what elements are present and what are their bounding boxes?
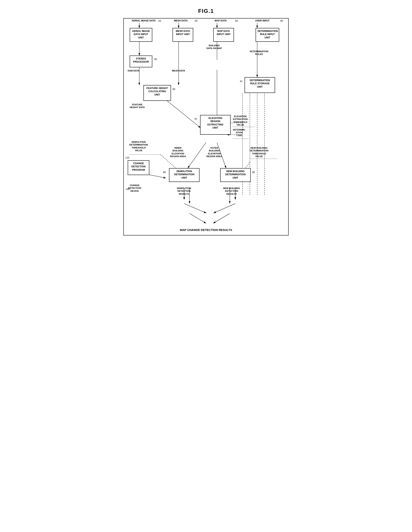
figure-title: FIG.1 (123, 8, 289, 14)
feature-height-data-label: FEATUREHEIGHT DATA (130, 103, 145, 109)
ref-80: 80 (163, 171, 166, 174)
bottom-arrows (124, 188, 301, 227)
ref-30: 30 (235, 19, 238, 22)
map-input-unit-label: MAP DATA INPUT UNIT (217, 30, 230, 36)
feature-height-label: FEATURE HEIGHTCALCULATINGUNIT (146, 87, 168, 96)
ref-90: 90 (252, 171, 255, 174)
ref-110: 110 (125, 156, 129, 159)
change-detection-program-label: CHANGEDETECTIONPROGRAM (131, 162, 146, 171)
aerial-input-unit-box: AERIAL IMAGE DATA INPUT UNIT (130, 28, 152, 42)
map-change-result: MAP CHANGE DETECTION RESULTS (124, 228, 288, 232)
mesh-input-unit-label: MESH DATA INPUT UNIT (176, 30, 190, 36)
ref-40: 40 (280, 19, 283, 22)
demolition-threshold-label: DEMOLITIONDETERMINATIONTHRESHOLDVALUE (129, 141, 148, 152)
new-building-threshold-label: NEW BUILDINGDETERMINATIONTHRESHOLDVALUE (250, 146, 268, 158)
new-building-unit-box: NEW BUILDINGDETERMINATIONUNIT (220, 168, 251, 182)
diagram-outer-border: AERIAL IMAGE DATA 10 MESH DATA 20 MAP DA… (123, 18, 289, 236)
mesh-input-unit-box: MESH DATA INPUT UNIT (173, 28, 193, 42)
svg-line-32 (213, 204, 235, 213)
determination-type-underline (233, 139, 249, 139)
ref-50: 50 (154, 58, 157, 61)
demolition-unit-box: DEMOLITIONDETERMINATIONUNIT (169, 168, 200, 182)
building-data-label: BUILDINGDATA ON MAP (206, 44, 222, 50)
diagram: AERIAL IMAGE DATA 10 MESH DATA 20 MAP DA… (124, 19, 288, 235)
feature-height-box: FEATURE HEIGHTCALCULATINGUNIT (143, 85, 171, 101)
svg-line-19 (188, 142, 206, 168)
svg-line-25 (190, 213, 206, 223)
map-data-label: MAP DATA (215, 19, 227, 22)
ref-41: 41 (240, 80, 242, 83)
change-detection-device-label: CHANGEDETECTIONDEVICE (128, 184, 141, 192)
determination-rule-input-box: DETERMINATIONRULE INPUTUNIT (256, 28, 279, 42)
mesh-data-label: MESH DATA (174, 19, 188, 22)
change-detection-program-box: CHANGEDETECTIONPROGRAM (128, 160, 149, 175)
dsm-data-label: DSM DATA (128, 69, 139, 72)
demolition-unit-label: DEMOLITIONDETERMINATIONUNIT (174, 170, 194, 179)
ref-20: 20 (195, 19, 197, 22)
svg-line-18 (164, 98, 201, 128)
ref-60: 60 (173, 88, 175, 91)
elevation-region-label: ELEVATIONREGIONEXTRACTINGUNIT (207, 117, 223, 129)
new-building-unit-label: NEW BUILDINGDETERMINATIONUNIT (225, 170, 246, 179)
ref-10: 10 (158, 19, 161, 22)
user-input-label: USER INPUT (255, 19, 270, 22)
new-building-threshold-underline (250, 159, 277, 159)
stereo-processor-box: STEREOPROCESSOR (130, 56, 152, 67)
aerial-input-unit-label: AERIAL IMAGE DATA INPUT UNIT (132, 30, 150, 39)
demolition-threshold-underline (129, 154, 161, 155)
svg-line-26 (213, 213, 230, 223)
mesh-data-label2: MESH DATA (172, 69, 185, 72)
demolition-results-label: DEMOLITIONDETECTIONRESULTS (177, 187, 191, 195)
stereo-processor-label: STEREOPROCESSOR (133, 57, 149, 63)
inner-building-label: INNERBUILDINGELEVATIONREGION AREA (170, 146, 186, 158)
page: FIG.1 (118, 4, 294, 243)
outer-building-label: OUTERBUILDINGELEVATIONREGION AREA (206, 146, 222, 158)
elevation-threshold-label: ELEVATIONEXTRACTIONTHRESHOLDVALUE (233, 115, 248, 126)
ref-100: 100 (126, 188, 130, 190)
elevation-region-box: ELEVATIONREGIONEXTRACTINGUNIT (200, 115, 231, 135)
map-input-unit-box: MAP DATA INPUT UNIT (213, 28, 234, 42)
aerial-data-label: AERIAL IMAGE DATA (132, 19, 156, 22)
ref-70: 70 (194, 118, 197, 121)
new-building-results-label: NEW BUILDINGDETECTIONRESULTS (223, 187, 240, 195)
svg-line-31 (184, 204, 206, 213)
determination-rule-input-label: DETERMINATIONRULE INPUTUNIT (257, 30, 278, 39)
determination-type-label: DETERMIN-ATIONTYPE (233, 128, 246, 137)
determination-rules-label: DETERMINATIONRULES (250, 50, 268, 56)
determination-rule-storage-box: DETERMINATIONRULE STORAGEUNIT (245, 77, 275, 93)
determination-rule-storage-label: DETERMINATIONRULE STORAGEUNIT (250, 79, 270, 88)
